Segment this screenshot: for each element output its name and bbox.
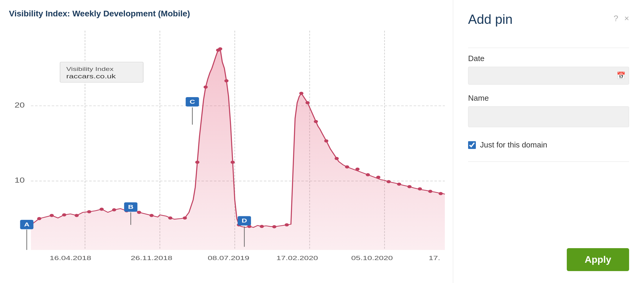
- svg-point-31: [285, 223, 289, 227]
- svg-point-22: [204, 85, 208, 89]
- svg-point-18: [149, 214, 154, 217]
- svg-text:26.11.2018: 26.11.2018: [131, 254, 173, 261]
- svg-text:16.04.2018: 16.04.2018: [49, 254, 91, 261]
- panel-title: Add pin: [468, 12, 513, 27]
- svg-point-29: [260, 225, 264, 228]
- date-group: Date 📅: [468, 54, 629, 85]
- svg-point-30: [272, 225, 276, 228]
- svg-point-13: [87, 210, 91, 213]
- svg-point-26: [230, 161, 235, 164]
- domain-checkbox[interactable]: [468, 141, 476, 149]
- svg-point-20: [183, 216, 187, 220]
- svg-text:10: 10: [15, 176, 25, 184]
- panel-icon-group: ? ×: [614, 14, 629, 23]
- svg-point-42: [397, 183, 401, 186]
- svg-text:A: A: [24, 221, 30, 228]
- panel-header: Add pin ? ×: [468, 12, 629, 27]
- svg-point-15: [112, 208, 116, 212]
- svg-point-12: [75, 214, 79, 217]
- date-label: Date: [468, 54, 629, 63]
- chart-title: Visibility Index: Weekly Development (Mo…: [6, 9, 447, 18]
- checkbox-row: Just for this domain: [468, 140, 629, 150]
- svg-text:Visibility Index: Visibility Index: [66, 66, 114, 72]
- checkbox-label: Just for this domain: [480, 140, 547, 150]
- svg-point-24: [218, 47, 222, 51]
- svg-point-21: [195, 161, 199, 164]
- close-button[interactable]: ×: [624, 14, 629, 23]
- svg-point-40: [376, 176, 380, 179]
- footer-divider: [468, 161, 629, 162]
- svg-text:20: 20: [15, 101, 25, 109]
- svg-text:B: B: [128, 204, 134, 210]
- svg-text:08.07.2019: 08.07.2019: [208, 254, 250, 261]
- help-button[interactable]: ?: [614, 14, 618, 23]
- add-pin-panel: Add pin ? × Date 📅 Name Just for this do…: [453, 0, 644, 283]
- chart-area: 20 10: [6, 24, 447, 269]
- svg-text:D: D: [242, 217, 247, 224]
- svg-point-11: [62, 213, 66, 217]
- svg-point-14: [100, 208, 104, 211]
- svg-point-45: [428, 190, 432, 193]
- chart-svg: 20 10: [6, 24, 447, 269]
- name-input[interactable]: [468, 106, 629, 127]
- svg-text:C: C: [190, 99, 195, 105]
- svg-point-41: [387, 180, 391, 183]
- svg-point-36: [335, 157, 339, 160]
- svg-point-44: [418, 187, 422, 191]
- svg-text:17.: 17.: [429, 254, 440, 261]
- date-input[interactable]: [468, 67, 629, 85]
- svg-point-39: [366, 173, 370, 176]
- svg-point-43: [407, 185, 411, 188]
- svg-point-19: [168, 216, 172, 220]
- svg-point-17: [137, 211, 141, 214]
- svg-point-32: [299, 92, 304, 95]
- svg-text:05.10.2020: 05.10.2020: [351, 254, 393, 261]
- svg-text:raccars.co.uk: raccars.co.uk: [66, 73, 116, 80]
- date-input-wrapper: 📅: [468, 67, 629, 85]
- svg-point-25: [225, 79, 229, 83]
- apply-button[interactable]: Apply: [567, 248, 629, 271]
- svg-point-38: [355, 167, 360, 171]
- svg-point-46: [439, 192, 443, 195]
- svg-point-37: [345, 165, 349, 169]
- name-label: Name: [468, 94, 629, 103]
- svg-text:17.02.2020: 17.02.2020: [276, 254, 318, 261]
- name-group: Name: [468, 94, 629, 128]
- svg-point-33: [306, 101, 310, 105]
- chart-panel: Visibility Index: Weekly Development (Mo…: [0, 0, 453, 283]
- svg-point-34: [314, 120, 318, 123]
- header-divider: [468, 48, 629, 48]
- svg-point-35: [324, 139, 328, 143]
- svg-point-10: [50, 214, 54, 217]
- svg-point-9: [37, 217, 41, 220]
